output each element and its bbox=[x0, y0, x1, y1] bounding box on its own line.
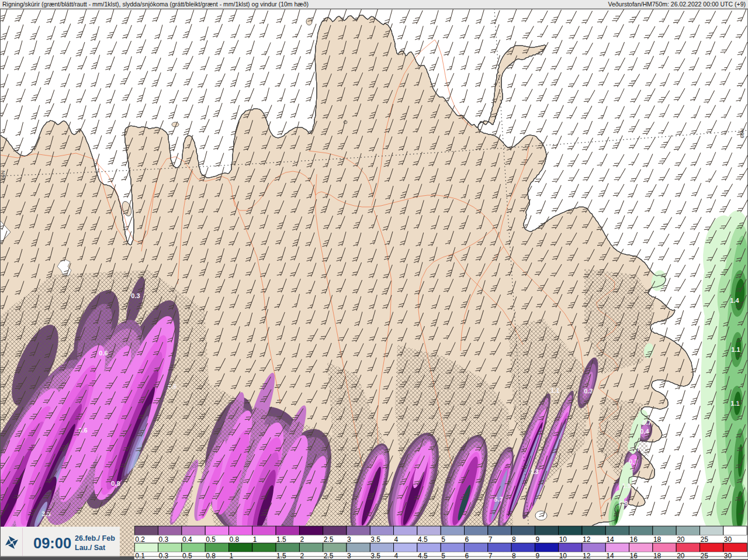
svg-text:18: 18 bbox=[653, 552, 662, 560]
svg-text:1.4: 1.4 bbox=[730, 297, 739, 304]
svg-text:1.5: 1.5 bbox=[276, 552, 286, 560]
svg-text:12: 12 bbox=[583, 552, 591, 560]
svg-text:12: 12 bbox=[583, 535, 591, 544]
svg-text:09:00: 09:00 bbox=[33, 535, 71, 551]
svg-text:0.4: 0.4 bbox=[182, 535, 192, 544]
svg-text:3: 3 bbox=[347, 552, 351, 560]
svg-text:4: 4 bbox=[394, 552, 399, 560]
svg-text:0.5: 0.5 bbox=[182, 552, 192, 560]
svg-text:5: 5 bbox=[441, 552, 445, 560]
svg-text:14: 14 bbox=[606, 535, 614, 544]
svg-text:16: 16 bbox=[630, 535, 638, 544]
svg-text:1: 1 bbox=[230, 552, 234, 560]
svg-text:1.1: 1.1 bbox=[550, 387, 559, 394]
svg-text:5: 5 bbox=[441, 535, 445, 544]
svg-text:20: 20 bbox=[677, 535, 685, 544]
svg-text:0.9: 0.9 bbox=[619, 500, 628, 507]
svg-text:10: 10 bbox=[559, 535, 567, 544]
svg-text:0.5: 0.5 bbox=[206, 535, 216, 544]
svg-text:30: 30 bbox=[724, 535, 732, 544]
svg-text:4.5: 4.5 bbox=[418, 552, 428, 560]
svg-text:2.5: 2.5 bbox=[324, 552, 334, 560]
svg-text:0.8: 0.8 bbox=[230, 535, 240, 544]
svg-text:0.3: 0.3 bbox=[131, 292, 140, 299]
svg-text:0.8: 0.8 bbox=[111, 480, 120, 487]
svg-text:0.1: 0.1 bbox=[135, 552, 145, 560]
svg-text:0.6: 0.6 bbox=[99, 350, 108, 357]
svg-text:6: 6 bbox=[465, 535, 469, 544]
svg-text:14: 14 bbox=[606, 552, 614, 560]
svg-text:1.5: 1.5 bbox=[276, 535, 286, 544]
svg-text:3.5: 3.5 bbox=[370, 535, 380, 544]
svg-text:30: 30 bbox=[724, 552, 732, 560]
svg-text:18: 18 bbox=[653, 535, 662, 544]
svg-text:8: 8 bbox=[512, 552, 516, 560]
svg-text:20: 20 bbox=[677, 552, 685, 560]
svg-text:4: 4 bbox=[394, 535, 399, 544]
svg-text:0.7: 0.7 bbox=[642, 419, 651, 426]
svg-text:25: 25 bbox=[701, 535, 709, 544]
svg-text:9: 9 bbox=[535, 552, 539, 560]
svg-text:3.5: 3.5 bbox=[370, 552, 380, 560]
svg-text:0.2: 0.2 bbox=[135, 535, 145, 544]
svg-text:Rigning/skúrir (grænt/blátt/ra: Rigning/skúrir (grænt/blátt/rautt - mm/1… bbox=[2, 1, 309, 8]
svg-text:7: 7 bbox=[489, 552, 493, 560]
svg-text:2.5: 2.5 bbox=[324, 535, 334, 544]
svg-text:1.1: 1.1 bbox=[731, 346, 740, 353]
svg-text:0.3: 0.3 bbox=[159, 552, 169, 560]
svg-text:Lau./ Sat: Lau./ Sat bbox=[75, 544, 106, 552]
svg-text:6: 6 bbox=[465, 552, 469, 560]
svg-text:Veðurstofan/HM750m: 26.02.2022: Veðurstofan/HM750m: 26.02.2022 00:00 UTC… bbox=[608, 1, 746, 8]
svg-text:3: 3 bbox=[347, 535, 351, 544]
svg-text:1: 1 bbox=[253, 535, 257, 544]
svg-text:0.8: 0.8 bbox=[206, 552, 216, 560]
svg-text:8: 8 bbox=[512, 535, 516, 544]
svg-text:0.3: 0.3 bbox=[159, 535, 169, 544]
svg-text:9: 9 bbox=[535, 535, 539, 544]
svg-text:2: 2 bbox=[300, 535, 304, 544]
svg-text:25: 25 bbox=[701, 552, 709, 560]
svg-text:10: 10 bbox=[559, 552, 567, 560]
svg-text:26.feb./ Feb: 26.feb./ Feb bbox=[75, 534, 115, 542]
svg-text:16: 16 bbox=[630, 552, 638, 560]
svg-text:4.5: 4.5 bbox=[418, 535, 428, 544]
svg-text:2: 2 bbox=[300, 552, 304, 560]
svg-text:1.1: 1.1 bbox=[730, 400, 739, 407]
svg-text:7: 7 bbox=[489, 535, 493, 544]
